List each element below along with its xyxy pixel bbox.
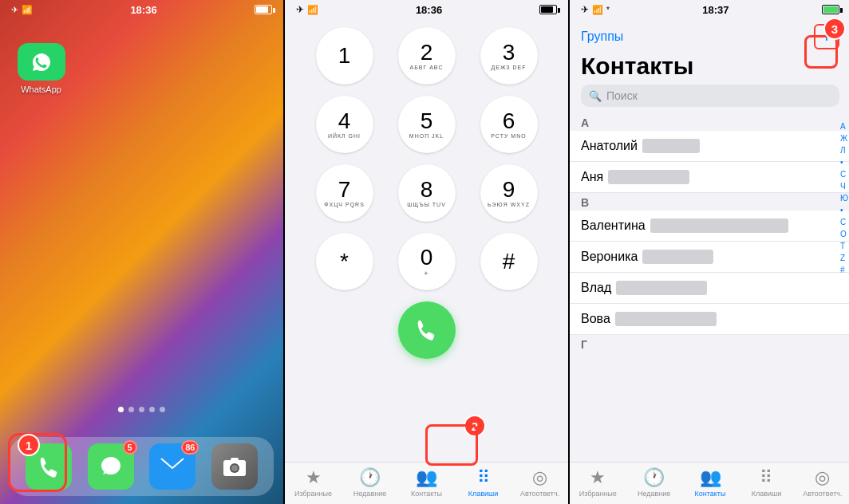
contacts-label-2: Контакты [411, 490, 442, 498]
step1-badge: 1 [18, 434, 40, 456]
keypad-container: 1 2АБВГ ABC 3ДЕЖЗ DEF 4ИЙКЛ GHI 5МНОП JK… [285, 19, 568, 359]
battery-icon-1 [255, 5, 272, 14]
tab-voicemail-3[interactable]: ◎ Автоответч. [795, 467, 849, 498]
tab-keypad-2[interactable]: ⠿ Клавиши [455, 467, 511, 498]
tab-contacts-3[interactable]: 👥 Контакты [682, 467, 738, 498]
alpha-z[interactable]: Z [840, 253, 848, 264]
favorites-label-3: Избранные [579, 490, 617, 498]
alpha-s2[interactable]: С [840, 217, 848, 228]
alpha-a[interactable]: А [840, 121, 848, 132]
status-right-3 [822, 5, 839, 14]
contacts-tab-highlight [425, 424, 478, 466]
call-btn-row [309, 301, 544, 359]
status-left-2: ✈ 📶 [296, 4, 318, 15]
contacts-icon-3: 👥 [700, 467, 721, 488]
key-4[interactable]: 4ИЙКЛ GHI [316, 96, 373, 153]
favorites-label-2: Избранные [294, 490, 332, 498]
tab-recent-2[interactable]: 🕐 Недавние [342, 467, 398, 498]
dock-mail[interactable]: 86 [149, 443, 195, 490]
key-0[interactable]: 0+ [398, 233, 456, 290]
tab-contacts-2[interactable]: 👥 Контакты [398, 467, 455, 498]
alpha-o[interactable]: О [840, 229, 848, 240]
status-left-3: ✈ 📶 * [581, 4, 610, 15]
key-1[interactable]: 1 [316, 27, 373, 85]
messages-badge: 5 [123, 440, 137, 455]
app-grid: WhatsApp [0, 19, 283, 102]
whatsapp-app[interactable]: WhatsApp [16, 43, 67, 94]
recent-icon-3: 🕐 [643, 467, 665, 488]
key-6[interactable]: 6РСТУ MNO [480, 96, 538, 153]
voicemail-label-2: Автоответч. [520, 490, 559, 498]
step2-badge-wrap: 2 [425, 424, 478, 466]
key-9[interactable]: 9ЬЭЮЯ WXYZ [480, 164, 538, 222]
key-2[interactable]: 2АБВГ ABC [398, 27, 456, 85]
alpha-l[interactable]: Л [840, 145, 848, 156]
wifi-icon-3: 📶 [592, 5, 603, 15]
key-5[interactable]: 5МНОП JKL [398, 96, 456, 153]
status-right-2 [539, 5, 557, 14]
tab-favorites-3[interactable]: ★ Избранные [570, 467, 626, 498]
contact-valentina[interactable]: Валентина ОРТЯК ВАСИЯ Гетим... [570, 211, 849, 242]
status-bar-1: ✈ 📶 18:36 [0, 0, 283, 19]
voicemail-icon-3: ◎ [815, 467, 830, 488]
dock-camera[interactable] [211, 443, 258, 490]
contact-veronika[interactable]: Вероника ОРТЯК ТИТ [570, 242, 849, 273]
keypad-label-2: Клавиши [468, 490, 499, 498]
section-v: В [570, 193, 849, 211]
search-bar[interactable]: 🔍 Поиск [581, 85, 839, 107]
status-bar-2: ✈ 📶 18:36 [285, 0, 568, 19]
key-8[interactable]: 8ШЩЪЫ TUV [398, 164, 456, 222]
groups-button[interactable]: Группы [581, 30, 623, 44]
tab-voicemail-2[interactable]: ◎ Автоответч. [511, 467, 568, 498]
contacts-list: А Анатолий Фениякий Аня Иннорафусая В Ва… [570, 113, 849, 442]
keypad-icon-2: ⠿ [477, 467, 490, 488]
voicemail-icon-2: ◎ [532, 467, 547, 488]
search-icon: 🔍 [589, 90, 602, 102]
svg-point-4 [231, 465, 238, 471]
whatsapp-icon[interactable] [18, 43, 65, 81]
tab-recent-3[interactable]: 🕐 Недавние [626, 467, 681, 498]
key-3[interactable]: 3ДЕЖЗ DEF [480, 27, 538, 85]
screen-phone-keypad: ✈ 📶 18:36 1 2АБВГ ABC 3ДЕЖЗ DEF 4ИЙКЛ GH… [285, 0, 568, 504]
contacts-nav: Группы + 3 [570, 19, 849, 53]
section-g: Г [570, 335, 849, 352]
whatsapp-label: WhatsApp [21, 85, 61, 94]
contact-vlad[interactable]: Влад Финяиший ТИТ [570, 273, 849, 304]
alpha-t[interactable]: Т [840, 241, 848, 252]
svg-rect-5 [231, 458, 239, 461]
tab-favorites-2[interactable]: ★ Избранные [285, 467, 342, 498]
lte-icon: * [606, 6, 610, 14]
key-hash[interactable]: # [480, 233, 538, 290]
alpha-dot: • [840, 157, 848, 168]
favorites-icon-2: ★ [306, 467, 322, 488]
airplane-icon-2: ✈ [296, 4, 304, 15]
dock-messages[interactable]: 5 [88, 443, 134, 490]
alpha-hash[interactable]: # [840, 265, 848, 276]
airplane-icon: ✈ [11, 5, 18, 15]
contact-vova[interactable]: Вова ТЯКСЯ ПОГМОС [570, 304, 849, 335]
recent-icon-2: 🕐 [359, 467, 381, 488]
alpha-ch[interactable]: Ч [840, 181, 848, 192]
alpha-zh[interactable]: Ж [840, 133, 848, 144]
key-star[interactable]: * [316, 233, 373, 290]
search-placeholder: Поиск [606, 89, 638, 102]
status-time-3: 18:37 [702, 4, 729, 16]
mail-badge: 86 [181, 440, 199, 455]
dot-4 [149, 407, 155, 412]
status-time-2: 18:36 [416, 4, 442, 16]
contact-anatoliy[interactable]: Анатолий Фениякий [570, 131, 849, 162]
bottom-tabs-2: ★ Избранные 🕐 Недавние 👥 Контакты ⠿ Клав… [285, 462, 568, 504]
airplane-icon-3: ✈ [581, 4, 589, 15]
camera-app-icon[interactable] [211, 443, 258, 490]
voicemail-label-3: Автоответч. [803, 490, 842, 498]
alpha-yu[interactable]: Ю [840, 193, 848, 204]
call-button[interactable] [398, 301, 456, 359]
contact-anya[interactable]: Аня Иннорафусая [570, 162, 849, 193]
alpha-s[interactable]: С [840, 169, 848, 180]
status-time-1: 18:36 [130, 4, 156, 16]
tab-keypad-3[interactable]: ⠿ Клавиши [738, 467, 794, 498]
wifi-icon: 📶 [22, 5, 33, 15]
dot-3 [139, 407, 144, 412]
key-7[interactable]: 7ФХЦЧ PQRS [316, 164, 373, 222]
step3-badge: 3 [823, 18, 846, 40]
